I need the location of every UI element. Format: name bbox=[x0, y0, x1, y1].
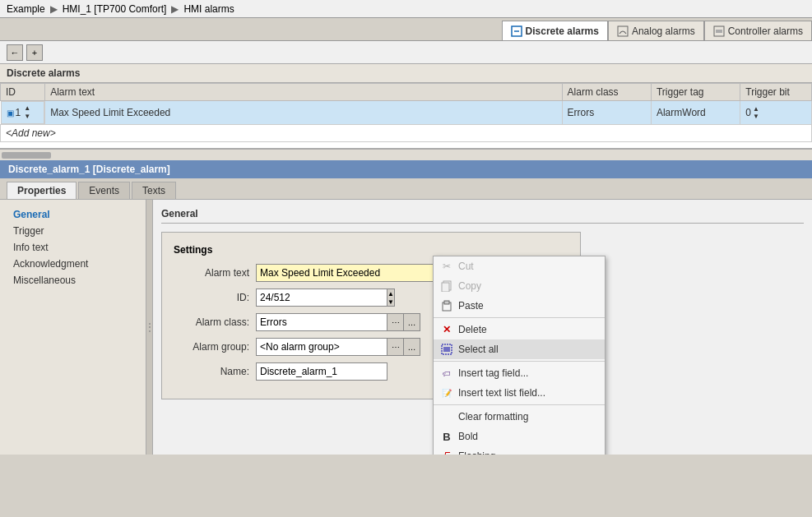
ctx-cut[interactable]: ✂ Cut bbox=[434, 256, 605, 276]
ctx-divider-3 bbox=[434, 404, 605, 405]
tab-properties[interactable]: Properties bbox=[7, 182, 77, 199]
col-alarm-text: Alarm text bbox=[45, 84, 562, 101]
svg-rect-6 bbox=[442, 283, 449, 292]
ctx-delete-label: Delete bbox=[458, 324, 487, 335]
id-label: ID: bbox=[174, 292, 256, 303]
resize-handle[interactable]: ⋮ bbox=[146, 200, 153, 455]
alarm-class-input[interactable] bbox=[256, 313, 387, 331]
id-spinner[interactable]: ▲ ▼ bbox=[387, 289, 395, 307]
ctx-select-all-label: Select all bbox=[458, 344, 499, 355]
panel-body: General Trigger Info text Acknowledgment… bbox=[0, 200, 812, 455]
cell-alarm-class: Errors bbox=[562, 101, 651, 125]
paste-icon bbox=[440, 299, 453, 312]
add-new-label: <Add new> bbox=[1, 125, 812, 142]
delete-icon: ✕ bbox=[440, 323, 453, 336]
row-icon: ▣ bbox=[7, 108, 14, 118]
select-all-icon bbox=[440, 343, 453, 356]
ctx-bold[interactable]: B Bold bbox=[434, 427, 605, 446]
horizontal-scrollbar[interactable] bbox=[0, 149, 812, 160]
alarm-group-input[interactable] bbox=[256, 338, 387, 356]
ctx-select-all[interactable]: Select all bbox=[434, 339, 605, 359]
tab-analog-alarms[interactable]: Analog alarms bbox=[608, 21, 704, 40]
alarm-text-label: Alarm text bbox=[174, 267, 256, 279]
sidebar-item-general[interactable]: General bbox=[0, 206, 146, 223]
clear-formatting-icon bbox=[440, 410, 453, 423]
tab-controller-label: Controller alarms bbox=[728, 25, 803, 37]
settings-title: Settings bbox=[174, 244, 568, 256]
main-content: General Settings Alarm text ID: ▲ ▼ bbox=[153, 200, 812, 455]
alarm-group-edit-btn[interactable]: … bbox=[404, 338, 420, 356]
ctx-delete[interactable]: ✕ Delete bbox=[434, 320, 605, 339]
cut-icon: ✂ bbox=[440, 260, 453, 273]
ctx-paste[interactable]: Paste bbox=[434, 296, 605, 316]
alarm-table: ID Alarm text Alarm class Trigger tag Tr… bbox=[0, 83, 812, 142]
ctx-flashing-label: Flashing bbox=[458, 450, 495, 455]
general-section-title: General bbox=[161, 208, 804, 224]
col-trigger-tag: Trigger tag bbox=[651, 84, 740, 101]
name-label: Name: bbox=[174, 366, 256, 377]
alarm-group-label: Alarm group: bbox=[174, 341, 256, 353]
ctx-insert-text-list[interactable]: 📝 Insert text list field... bbox=[434, 383, 605, 403]
inner-tab-bar: Properties Events Texts bbox=[0, 178, 812, 200]
tab-discrete-alarms[interactable]: Discrete alarms bbox=[502, 21, 608, 40]
ctx-divider-1 bbox=[434, 317, 605, 318]
discrete-alarms-title: Discrete alarms bbox=[0, 64, 812, 83]
sidebar-item-trigger[interactable]: Trigger bbox=[0, 223, 146, 239]
spin-down[interactable]: ▼ bbox=[387, 298, 394, 306]
breadcrumb: Example ▶ HMI_1 [TP700 Comfort] ▶ HMI al… bbox=[0, 0, 812, 18]
svg-rect-4 bbox=[716, 30, 722, 33]
cell-alarm-text: Max Speed Limit Exceeded bbox=[45, 101, 562, 125]
breadcrumb-alarms: HMI alarms bbox=[183, 3, 234, 15]
copy-icon bbox=[440, 279, 453, 293]
id-input[interactable] bbox=[256, 289, 387, 307]
tab-discrete-label: Discrete alarms bbox=[526, 25, 599, 37]
tab-texts[interactable]: Texts bbox=[132, 182, 176, 199]
tab-controller-alarms[interactable]: Controller alarms bbox=[704, 21, 812, 40]
cell-trigger-bit: 0 ▲ ▼ bbox=[740, 101, 812, 125]
ctx-bold-label: Bold bbox=[458, 431, 478, 442]
context-menu: ✂ Cut Copy Paste ✕ Delete bbox=[433, 256, 606, 455]
left-sidebar: General Trigger Info text Acknowledgment… bbox=[0, 200, 146, 455]
cell-trigger-tag: AlarmWord bbox=[651, 101, 740, 125]
col-id: ID bbox=[1, 84, 45, 101]
table-row[interactable]: ▣ 1 ▲ ▼ Max Speed Limit Exceeded Errors … bbox=[1, 101, 812, 125]
tab-events[interactable]: Events bbox=[78, 182, 130, 199]
alarm-class-label: Alarm class: bbox=[174, 316, 256, 328]
bottom-panel-title: Discrete_alarm_1 [Discrete_alarm] bbox=[0, 160, 812, 178]
breadcrumb-hmi: HMI_1 [TP700 Comfort] bbox=[63, 3, 167, 15]
controller-alarms-icon bbox=[713, 25, 725, 37]
bold-icon: B bbox=[440, 430, 453, 443]
alarm-class-edit-btn[interactable]: … bbox=[404, 313, 420, 331]
ctx-insert-tag-label: Insert tag field... bbox=[458, 367, 528, 379]
ctx-copy-label: Copy bbox=[458, 280, 481, 292]
ctx-divider-2 bbox=[434, 361, 605, 362]
flashing-icon: F bbox=[440, 450, 453, 455]
col-trigger-bit: Trigger bit bbox=[740, 84, 812, 101]
alarm-class-browse-btn[interactable]: ⋯ bbox=[387, 313, 404, 331]
ctx-flashing[interactable]: F Flashing bbox=[434, 446, 605, 455]
text-list-icon: 📝 bbox=[440, 386, 453, 399]
breadcrumb-example: Example bbox=[7, 3, 45, 15]
name-input[interactable] bbox=[256, 362, 387, 381]
sidebar-item-acknowledgment[interactable]: Acknowledgment bbox=[0, 256, 146, 272]
back-button[interactable]: ← bbox=[7, 44, 23, 61]
tab-analog-label: Analog alarms bbox=[632, 25, 695, 37]
col-alarm-class: Alarm class bbox=[562, 84, 651, 101]
cell-id: ▣ 1 ▲ ▼ bbox=[1, 101, 45, 124]
toolbar: ← + bbox=[0, 41, 812, 64]
spin-up[interactable]: ▲ bbox=[387, 289, 394, 298]
svg-rect-8 bbox=[444, 301, 449, 304]
sidebar-item-info-text[interactable]: Info text bbox=[0, 239, 146, 256]
add-button[interactable]: + bbox=[26, 44, 43, 61]
analog-alarms-icon bbox=[617, 25, 629, 37]
ctx-insert-tag-field[interactable]: 🏷 Insert tag field... bbox=[434, 363, 605, 383]
ctx-cut-label: Cut bbox=[458, 261, 474, 272]
ctx-paste-label: Paste bbox=[458, 300, 484, 312]
sidebar-item-miscellaneous[interactable]: Miscellaneous bbox=[0, 272, 146, 289]
tag-icon: 🏷 bbox=[440, 367, 453, 380]
alarm-group-browse-btn[interactable]: ⋯ bbox=[387, 338, 404, 356]
ctx-copy[interactable]: Copy bbox=[434, 276, 605, 296]
ctx-clear-formatting[interactable]: Clear formatting bbox=[434, 407, 605, 427]
main-tab-bar: Discrete alarms Analog alarms Controller… bbox=[0, 18, 812, 41]
add-new-row[interactable]: <Add new> bbox=[1, 125, 812, 142]
